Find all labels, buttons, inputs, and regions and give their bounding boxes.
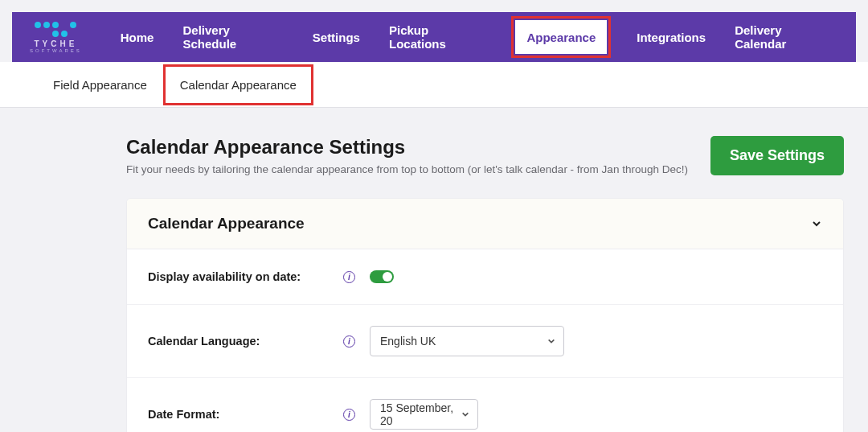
panel-header[interactable]: Calendar Appearance [127, 199, 843, 249]
row-calendar-language: Calendar Language: i English UK [127, 305, 843, 378]
nav-delivery-calendar[interactable]: Delivery Calendar [720, 12, 848, 62]
toggle-display-availability[interactable] [370, 270, 394, 283]
chevron-down-icon [461, 408, 469, 421]
info-icon[interactable]: i [343, 409, 355, 421]
logo-dots-icon [35, 22, 76, 37]
row-display-availability: Display availability on date: i [127, 249, 843, 305]
nav-items: Home Delivery Schedule Settings Pickup L… [106, 12, 848, 62]
info-icon[interactable]: i [343, 271, 355, 283]
subtab-calendar-appearance[interactable]: Calendar Appearance [166, 67, 311, 103]
panel-title: Calendar Appearance [148, 215, 305, 232]
chevron-down-icon [547, 335, 555, 348]
info-icon[interactable]: i [343, 335, 355, 348]
top-nav: TYCHE SOFTWARES Home Delivery Schedule S… [12, 12, 856, 62]
select-calendar-language[interactable]: English UK [370, 326, 564, 356]
nav-integrations[interactable]: Integrations [622, 12, 720, 62]
nav-delivery-schedule[interactable]: Delivery Schedule [168, 12, 297, 62]
logo-text: TYCHE [34, 39, 77, 48]
nav-settings[interactable]: Settings [298, 12, 375, 62]
select-value: 15 September, 20 [380, 401, 461, 427]
save-settings-button[interactable]: Save Settings [710, 136, 844, 175]
nav-pickup-locations[interactable]: Pickup Locations [375, 12, 500, 62]
label-calendar-language: Calendar Language: [148, 335, 343, 348]
subtab-field-appearance[interactable]: Field Appearance [37, 64, 163, 106]
sub-tabs: Field Appearance Calendar Appearance [0, 62, 868, 108]
page-header: Calendar Appearance Settings Fit your ne… [126, 136, 844, 175]
label-display-availability: Display availability on date: [148, 270, 343, 283]
calendar-appearance-panel: Calendar Appearance Display availability… [126, 198, 844, 432]
select-date-format[interactable]: 15 September, 20 [370, 399, 478, 430]
chevron-down-icon [811, 218, 822, 229]
row-date-format: Date Format: i 15 September, 20 [127, 378, 843, 432]
nav-appearance[interactable]: Appearance [515, 20, 607, 54]
logo-subtext: SOFTWARES [30, 48, 82, 53]
page-header-text: Calendar Appearance Settings Fit your ne… [126, 136, 688, 175]
highlight-box-nav: Appearance [511, 16, 611, 58]
select-value: English UK [380, 335, 436, 348]
brand-logo[interactable]: TYCHE SOFTWARES [30, 22, 82, 53]
highlight-box-subtab: Calendar Appearance [163, 64, 313, 105]
page-title: Calendar Appearance Settings [126, 136, 688, 158]
page-description: Fit your needs by tailoring the calendar… [126, 163, 688, 175]
page-content: Calendar Appearance Settings Fit your ne… [0, 108, 868, 432]
nav-home[interactable]: Home [106, 12, 169, 62]
label-date-format: Date Format: [148, 408, 343, 421]
